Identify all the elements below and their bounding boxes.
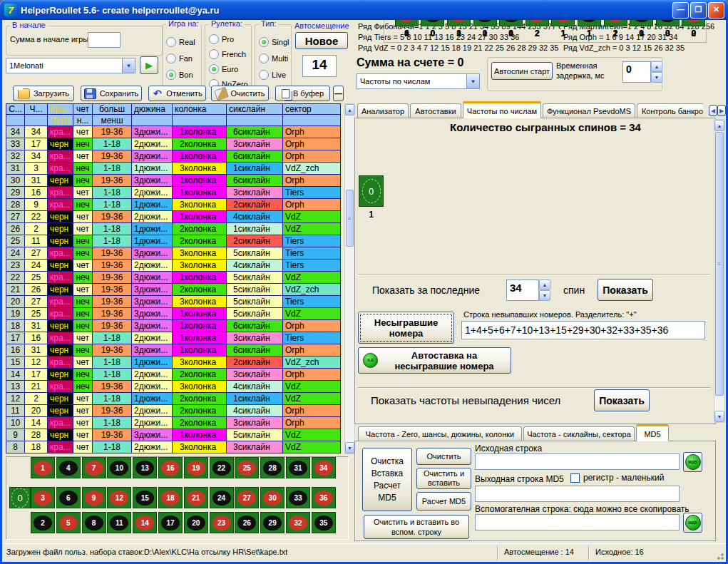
table-row[interactable]: 1014кра...чет1-182дюжи...2колонка3сиклай… — [6, 417, 341, 429]
column-header[interactable]: дюжина — [132, 103, 173, 115]
roulette-number-26[interactable]: 26 — [235, 512, 259, 533]
roulette-number-6[interactable]: 6 — [56, 487, 81, 508]
md5-clear-paste-calc-button[interactable]: Очистка Вставка Расчет MD5 — [362, 448, 412, 511]
table-row[interactable]: 3031черннеч19-363дюжи...1колонка6сиклайн… — [6, 175, 341, 187]
roulette-number-4[interactable]: 4 — [56, 457, 81, 478]
roulette-number-35[interactable]: 35 — [312, 512, 336, 533]
roulette-number-19[interactable]: 19 — [184, 457, 208, 478]
tab-4[interactable]: Функционал PsevdoMS — [543, 103, 635, 118]
column-header[interactable] — [25, 115, 48, 126]
table-row[interactable]: 928чернчет19-363дюжи...1колонка5сиклайнV… — [6, 429, 341, 441]
autoshift-value[interactable]: 14 — [302, 55, 337, 77]
column-header[interactable]: Черн — [48, 115, 73, 126]
table-row[interactable]: 2126чернчет19-363дюжи...2колонка5сиклайн… — [6, 284, 341, 296]
radio-icon[interactable] — [209, 34, 219, 44]
table-row[interactable]: 1925кра...неч19-363дюжи...1колонка5сикла… — [6, 308, 341, 320]
table-row[interactable]: 818кра...чет1-182дюжи...3колонка3сиклайн… — [6, 441, 341, 453]
show-missing-freq-button[interactable]: Показать — [594, 389, 650, 411]
md5-aux-input[interactable] — [475, 514, 680, 530]
table-row[interactable]: 1631черннеч19-363дюжи...1колонка6сиклайн… — [6, 344, 341, 357]
roulette-number-25[interactable]: 25 — [235, 457, 259, 478]
missed-numbers-button[interactable]: Несыгравшие номера — [358, 312, 454, 344]
clear-brush-button[interactable]: Очистить — [211, 86, 269, 101]
table-row[interactable]: 1831черннеч19-363дюжи...1колонка6сиклайн… — [6, 320, 341, 332]
table-row[interactable]: 1716кра...чет1-182дюжи...1колонка3сиклай… — [6, 332, 341, 344]
radio-icon[interactable] — [259, 37, 269, 47]
roulette-number-34[interactable]: 34 — [312, 457, 336, 478]
roulette-number-24[interactable]: 24 — [210, 487, 234, 508]
radio-singl[interactable]: Singl — [259, 34, 289, 50]
table-row[interactable]: 262чернчет1-181дюжи...2колонка1сиклайнVd… — [6, 223, 341, 235]
title-bar[interactable]: 7 HelperRoullet 5.6- create helperroulle… — [0, 0, 728, 20]
table-row[interactable]: 2427кра...неч19-363дюжи...3колонка5сикла… — [6, 247, 341, 260]
preset-combo[interactable]: 1Melonati ▼ — [6, 58, 135, 73]
roulette-number-36[interactable]: 36 — [312, 487, 336, 508]
mode-combo[interactable]: Частоты по числам ▼ — [357, 73, 480, 89]
column-header[interactable]: н... — [73, 115, 93, 126]
show-last-spinner[interactable]: ▲ ▼ — [539, 280, 550, 301]
column-header[interactable]: менш — [93, 115, 132, 126]
scrollbar-thumb[interactable]: ≡ — [715, 132, 724, 396]
radio-euro[interactable]: Euro — [209, 61, 250, 76]
radio-icon[interactable] — [166, 70, 176, 80]
roulette-number-9[interactable]: 9 — [82, 487, 106, 508]
table-row[interactable]: 122чернчет1-181дюжи...2колонка1сиклайнVd… — [6, 393, 341, 405]
minimize-strip-button[interactable]: — — [333, 86, 344, 101]
chevron-down-icon[interactable]: ▼ — [122, 58, 135, 73]
autoshift-new-button[interactable]: Новое — [295, 32, 348, 49]
column-header[interactable]: больш — [93, 103, 132, 115]
table-row[interactable]: 313кра...неч1-181дюжи...3колонка1сиклайн… — [6, 163, 341, 175]
column-header[interactable]: колонка — [173, 103, 227, 115]
column-header[interactable]: С... — [6, 103, 25, 115]
md5-source-run-button[interactable]: МД5 — [683, 452, 702, 472]
radio-icon[interactable] — [259, 70, 269, 80]
spin-down-icon[interactable]: ▼ — [539, 290, 550, 301]
tab-1[interactable]: Анализатор — [357, 103, 409, 118]
scroll-up-icon[interactable]: ▲ — [714, 120, 724, 131]
column-header[interactable] — [6, 115, 25, 126]
tab-scroll-right-icon[interactable]: ▶ — [717, 105, 726, 116]
table-row[interactable]: 289кра...неч1-181дюжи...3колонка2сиклайн… — [6, 199, 341, 211]
roulette-number-23[interactable]: 23 — [210, 512, 234, 533]
radio-icon[interactable] — [209, 49, 219, 59]
panel-scrollbar[interactable]: ▲ ≡ ▼ — [714, 119, 725, 423]
missed-numbers-input[interactable]: 1+4+5+6+7+10+13+15+29+30+32+33+35+36 — [461, 321, 705, 339]
md5-source-input[interactable] — [475, 453, 680, 470]
delay-input[interactable]: 0 — [622, 61, 651, 83]
scroll-up-icon[interactable]: ▲ — [345, 104, 354, 116]
roulette-number-21[interactable]: 21 — [184, 487, 208, 508]
table-row[interactable]: 3434кра...чет19-363дюжи...1колонка6сикла… — [6, 126, 341, 138]
roulette-number-10[interactable]: 10 — [107, 457, 131, 478]
roulette-number-20[interactable]: 20 — [184, 512, 208, 533]
column-header[interactable]: чет — [73, 103, 93, 115]
column-header[interactable] — [173, 115, 227, 126]
radio-pro[interactable]: Pro — [209, 31, 250, 46]
roulette-number-1[interactable]: 1 — [31, 457, 55, 478]
autobet-missed-button[interactable]: 0,0 Автоставка на несыгравшие номера — [358, 347, 511, 374]
tab-2[interactable]: Автоставки — [410, 103, 461, 118]
chevron-down-icon[interactable]: ▼ — [466, 74, 479, 88]
roulette-number-18[interactable]: 18 — [158, 487, 183, 508]
radio-fan[interactable]: Fan — [166, 50, 200, 66]
roulette-number-30[interactable]: 30 — [260, 487, 284, 508]
spin-up-icon[interactable]: ▲ — [539, 280, 550, 290]
table-row[interactable]: 2324чернчет19-362дюжи...3колонка4сиклайн… — [6, 260, 341, 272]
md5-aux-run-button[interactable]: МД5 — [683, 513, 702, 533]
roulette-number-5[interactable]: 5 — [56, 512, 81, 533]
case-checkbox[interactable] — [570, 473, 580, 483]
save-disk-button[interactable]: Сохранить — [81, 86, 142, 101]
roulette-number-7[interactable]: 7 — [82, 457, 106, 478]
show-button[interactable]: Показать — [598, 279, 653, 301]
radio-french[interactable]: French — [209, 46, 250, 61]
md5-output-input[interactable] — [475, 486, 680, 502]
resize-grip[interactable] — [716, 552, 724, 560]
roulette-number-2[interactable]: 2 — [31, 512, 55, 533]
delay-spinner[interactable]: ▲ ▼ — [651, 61, 662, 83]
roulette-number-8[interactable]: 8 — [82, 512, 106, 533]
table-row[interactable]: 2027кра...неч19-363дюжи...3колонка5сикла… — [6, 296, 341, 308]
table-row[interactable]: 2511черннеч1-181дюжи...2колонка2сиклайнT… — [6, 235, 341, 247]
autospin-start-button[interactable]: Автоспин старт — [491, 62, 553, 80]
roulette-number-31[interactable]: 31 — [286, 457, 310, 478]
column-header[interactable]: сикслайн — [227, 103, 283, 115]
roulette-number-11[interactable]: 11 — [107, 512, 131, 533]
